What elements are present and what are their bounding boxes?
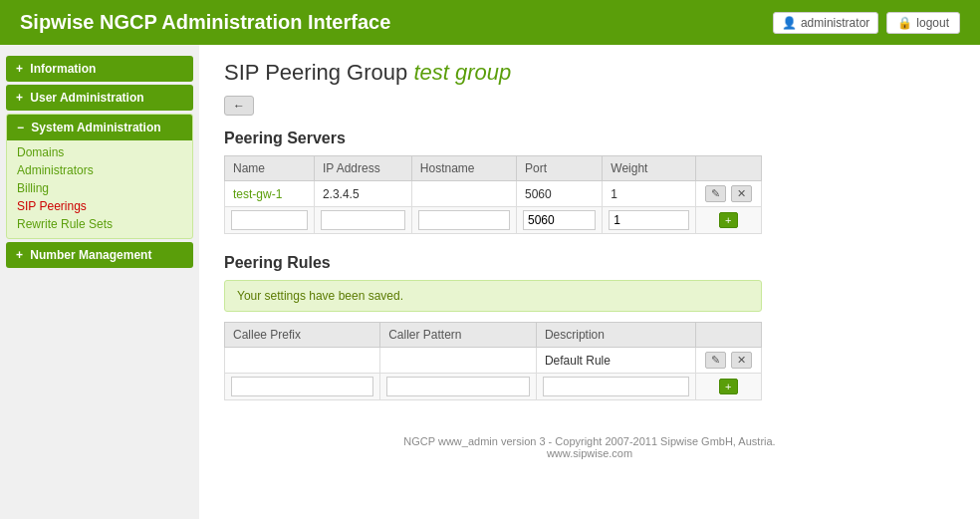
edit-rule-button[interactable]: ✎ (705, 352, 726, 369)
back-button[interactable]: ← (224, 96, 254, 116)
lock-icon: 🔒 (897, 16, 912, 30)
new-ip-input[interactable] (321, 210, 405, 230)
col-callee: Callee Prefix (225, 323, 380, 348)
minus-icon: − (17, 121, 24, 134)
new-weight-cell (603, 207, 695, 234)
col-ip: IP Address (314, 156, 411, 181)
rule-actions-cell: ✎ ✕ (695, 348, 761, 374)
col-hostname: Hostname (411, 156, 516, 181)
server-ip-cell: 2.3.4.5 (314, 181, 411, 207)
sidebar-link-domains[interactable]: Domains (17, 144, 182, 160)
col-rule-actions (695, 323, 761, 348)
server-port-cell: 5060 (516, 181, 602, 207)
header-right: 👤 administrator 🔒 logout (773, 12, 960, 34)
sidebar-section-system-admin: − System Administration Domains Administ… (6, 114, 193, 239)
back-icon: ← (233, 99, 245, 113)
table-row: test-gw-1 2.3.4.5 5060 1 ✎ ✕ (225, 181, 762, 207)
add-server-button[interactable]: + (719, 212, 737, 228)
col-actions (695, 156, 761, 181)
delete-rule-button[interactable]: ✕ (731, 352, 752, 369)
edit-server-button[interactable]: ✎ (705, 185, 726, 202)
peering-rules-title: Peering Rules (224, 254, 955, 272)
sidebar-item-label: Information (30, 62, 96, 76)
footer-link[interactable]: www.sipwise.com (547, 447, 632, 459)
col-caller: Caller Pattern (380, 323, 537, 348)
sidebar-link-billing[interactable]: Billing (17, 180, 182, 196)
new-callee-input[interactable] (231, 377, 373, 396)
col-weight: Weight (603, 156, 695, 181)
server-actions-cell: ✎ ✕ (695, 181, 761, 207)
new-server-add-cell: + (695, 207, 761, 234)
new-ip-cell (314, 207, 411, 234)
add-rule-button[interactable]: + (719, 379, 737, 394)
sidebar: + Information + User Administration − Sy… (0, 45, 199, 519)
sidebar-section-label: System Administration (31, 121, 160, 134)
sidebar-item-label: User Administration (30, 91, 143, 105)
table-row: Default Rule ✎ ✕ (225, 348, 762, 374)
username-label: administrator (801, 16, 869, 30)
layout: + Information + User Administration − Sy… (0, 45, 980, 519)
new-hostname-cell (411, 207, 516, 234)
new-callee-cell (225, 374, 380, 400)
server-name-cell: test-gw-1 (225, 181, 315, 207)
peering-rules-table: Callee Prefix Caller Pattern Description… (224, 322, 762, 400)
sidebar-item-number-management[interactable]: + Number Management (6, 242, 193, 268)
plus-icon: + (16, 91, 23, 105)
delete-server-button[interactable]: ✕ (731, 185, 752, 202)
new-hostname-input[interactable] (418, 210, 510, 230)
new-port-cell (516, 207, 602, 234)
col-name: Name (225, 156, 315, 181)
user-icon: 👤 (782, 16, 797, 30)
app-title: Sipwise NGCP Administration Interface (20, 11, 390, 34)
user-box: 👤 administrator (773, 12, 878, 34)
new-rule-add-cell: + (695, 374, 761, 400)
plus-icon: + (16, 248, 23, 262)
new-server-row: + (225, 207, 762, 234)
server-hostname-cell (411, 181, 516, 207)
new-name-cell (225, 207, 315, 234)
new-description-input[interactable] (543, 377, 689, 396)
new-rule-row: + (225, 374, 762, 400)
footer-line2: www.sipwise.com (239, 447, 940, 459)
rule-callee-cell (225, 348, 380, 374)
new-port-input[interactable] (523, 210, 596, 230)
logout-label: logout (916, 16, 949, 30)
new-caller-cell (380, 374, 537, 400)
plus-icon: + (16, 62, 23, 76)
page-title: SIP Peering Group (224, 60, 407, 85)
server-weight-cell: 1 (603, 181, 695, 207)
group-name-value: test group (413, 60, 511, 85)
sidebar-link-administrators[interactable]: Administrators (17, 162, 182, 178)
col-port: Port (516, 156, 602, 181)
header: Sipwise NGCP Administration Interface 👤 … (0, 0, 980, 45)
footer-line1: NGCP www_admin version 3 - Copyright 200… (239, 435, 940, 447)
footer: NGCP www_admin version 3 - Copyright 200… (224, 420, 955, 474)
new-caller-input[interactable] (386, 377, 530, 396)
sidebar-link-rewrite-rule-sets[interactable]: Rewrite Rule Sets (17, 216, 182, 232)
logout-button[interactable]: 🔒 logout (886, 12, 960, 34)
rule-caller-cell (380, 348, 537, 374)
peering-servers-table: Name IP Address Hostname Port Weight tes… (224, 155, 762, 234)
new-name-input[interactable] (231, 210, 308, 230)
rule-description-cell: Default Rule (536, 348, 695, 374)
sidebar-item-label: Number Management (30, 248, 151, 262)
success-message: Your settings have been saved. (224, 280, 762, 312)
sidebar-item-information[interactable]: + Information (6, 56, 193, 82)
main-content: SIP Peering Group test group ← Peering S… (199, 45, 980, 519)
page-heading: SIP Peering Group test group (224, 60, 955, 86)
sidebar-link-sip-peerings[interactable]: SIP Peerings (17, 198, 182, 214)
sidebar-item-user-admin[interactable]: + User Administration (6, 85, 193, 111)
peering-servers-title: Peering Servers (224, 130, 955, 147)
sidebar-section-system-admin-header[interactable]: − System Administration (7, 115, 192, 140)
server-name-link[interactable]: test-gw-1 (233, 187, 282, 201)
col-description: Description (536, 323, 695, 348)
sidebar-links: Domains Administrators Billing SIP Peeri… (7, 140, 192, 238)
new-description-cell (536, 374, 695, 400)
new-weight-input[interactable] (609, 210, 688, 230)
